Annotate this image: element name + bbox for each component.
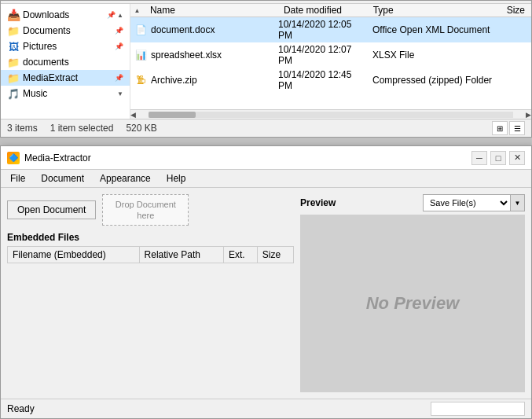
media-menubar: File Document Appearance Help	[1, 170, 531, 188]
sort-chevron-icon: ▲	[130, 7, 144, 14]
save-files-select[interactable]: Save File(s)	[424, 197, 510, 208]
media-titlebar: 🔷 Media-Extractor ─ □ ✕	[1, 146, 531, 170]
open-document-button[interactable]: Open Document	[7, 200, 96, 219]
media-statusbar: Ready	[1, 399, 531, 418]
view-grid-button[interactable]: ⊞	[492, 121, 508, 135]
sidebar-label-pictures: Pictures	[23, 41, 115, 52]
close-button[interactable]: ✕	[509, 151, 525, 165]
col-size[interactable]: Size	[257, 247, 293, 263]
scroll-left-icon[interactable]: ◀	[130, 111, 136, 119]
no-preview-text: No Preview	[366, 293, 460, 314]
col-header-date[interactable]: Date modified	[277, 4, 367, 17]
right-panel: Preview Save File(s) ▼ No Preview	[300, 194, 525, 392]
col-header-type[interactable]: Type	[367, 4, 501, 17]
status-text: Ready	[7, 403, 35, 414]
menu-file[interactable]: File	[4, 171, 31, 186]
main-content-area: Open Document Drop Documenthere Embedded…	[7, 194, 525, 392]
preview-label: Preview	[300, 197, 336, 208]
file-name-label: Archive.zip	[151, 75, 197, 86]
drop-zone[interactable]: Drop Documenthere	[102, 194, 189, 226]
scrollbar-thumb[interactable]	[149, 112, 196, 118]
sidebar-item-pictures[interactable]: 🖼 Pictures 📌	[1, 39, 130, 54]
media-extractor-window: 🔷 Media-Extractor ─ □ ✕ File Document Ap…	[0, 145, 532, 419]
file-date-cell-0: 10/14/2020 12:05 PM	[272, 19, 366, 41]
col-header-size[interactable]: Size	[501, 4, 531, 17]
folder-pictures-icon: 🖼	[7, 40, 20, 53]
menu-document[interactable]: Document	[35, 171, 90, 186]
sidebar-label-documents-folder: documents	[23, 57, 123, 68]
sidebar-label-mediaextract: MediaExtract	[23, 72, 115, 83]
folder-icon-mediaextract: 📁	[7, 72, 20, 84]
word-file-icon: 📄	[134, 24, 148, 36]
preview-header: Preview Save File(s) ▼	[300, 194, 525, 211]
chevron-down-icon: ▼	[117, 90, 123, 97]
folder-icon-documents: 📁	[7, 56, 20, 68]
col-ext[interactable]: Ext.	[223, 247, 257, 263]
table-row[interactable]: 📄 document.docx 10/14/2020 12:05 PM Offi…	[130, 17, 531, 42]
excel-file-icon: 📊	[134, 49, 148, 61]
table-row[interactable]: 🗜 Archive.zip 10/14/2020 12:45 PM Compre…	[130, 68, 531, 93]
pin-icon-pictures: 📌	[115, 42, 123, 50]
zip-file-icon: 🗜	[134, 74, 148, 86]
media-body: Open Document Drop Documenthere Embedded…	[1, 188, 531, 399]
preview-area: No Preview	[300, 215, 525, 392]
sidebar-item-music[interactable]: 🎵 Music ▼	[1, 86, 130, 101]
folder-music-icon: 🎵	[7, 87, 20, 100]
explorer-window: 📥 Downloads 📌 ▲ 📁 Documents 📌 🖼 Pictures…	[0, 0, 532, 138]
chevron-up-icon: ▲	[117, 12, 123, 19]
explorer-statusbar: 3 items 1 item selected 520 KB ⊞ ☰	[1, 119, 531, 137]
file-size-status: 520 KB	[126, 123, 156, 134]
titlebar-controls: ─ □ ✕	[471, 151, 525, 165]
file-name-cell: 📊 spreadsheet.xlsx	[130, 49, 272, 61]
window-title: Media-Extractor	[24, 153, 471, 164]
file-list-rows: 📄 document.docx 10/14/2020 12:05 PM Offi…	[130, 17, 531, 109]
pin-icon-downloads: 📌	[107, 11, 116, 19]
file-list-area: ▲ Name Date modified Type Size 📄 documen…	[130, 4, 531, 119]
explorer-sidebar: 📥 Downloads 📌 ▲ 📁 Documents 📌 🖼 Pictures…	[1, 4, 130, 119]
maximize-button[interactable]: □	[490, 151, 506, 165]
scroll-right-icon[interactable]: ▶	[526, 111, 531, 119]
sidebar-label-downloads: Downloads	[23, 9, 107, 20]
view-list-button[interactable]: ☰	[509, 121, 525, 135]
dropdown-arrow-icon[interactable]: ▼	[510, 195, 524, 211]
sidebar-item-mediaextract[interactable]: 📁 MediaExtract 📌	[1, 70, 130, 86]
top-row: Open Document Drop Documenthere	[7, 194, 294, 226]
file-type-cell-1: XLSX File	[366, 50, 508, 61]
file-name-label: spreadsheet.xlsx	[151, 50, 222, 61]
horizontal-scrollbar[interactable]: ◀ ▶	[130, 109, 531, 119]
sidebar-item-documents[interactable]: 📁 Documents 📌	[1, 23, 130, 39]
file-type-cell-2: Compressed (zipped) Folder	[366, 75, 508, 86]
folder-download-icon: 📥	[7, 9, 20, 21]
left-panel: Open Document Drop Documenthere Embedded…	[7, 194, 294, 392]
drop-zone-label: Drop Documenthere	[116, 199, 176, 222]
folder-documents-icon: 📁	[7, 24, 20, 37]
items-count: 3 items	[7, 123, 38, 134]
explorer-content: 📥 Downloads 📌 ▲ 📁 Documents 📌 🖼 Pictures…	[1, 4, 531, 119]
app-icon: 🔷	[7, 152, 20, 164]
save-files-dropdown[interactable]: Save File(s) ▼	[423, 194, 525, 211]
menu-help[interactable]: Help	[160, 171, 193, 186]
table-row[interactable]: 📊 spreadsheet.xlsx 10/14/2020 12:07 PM X…	[130, 42, 531, 68]
file-name-label: document.docx	[151, 24, 215, 35]
pin-icon-mediaextract: 📌	[115, 74, 123, 82]
sidebar-label-music: Music	[23, 88, 116, 99]
col-header-name[interactable]: Name	[144, 4, 277, 17]
scrollbar-track[interactable]	[149, 112, 513, 118]
file-type-cell-0: Office Open XML Document	[366, 24, 508, 35]
pin-icon-documents: 📌	[115, 27, 123, 35]
file-date-cell-2: 10/14/2020 12:45 PM	[272, 69, 366, 91]
file-name-cell: 📄 document.docx	[130, 24, 272, 36]
embedded-files-table: Filename (Embedded) Relative Path Ext. S…	[7, 246, 294, 263]
embedded-files-label: Embedded Files	[7, 232, 294, 243]
file-name-cell: 🗜 Archive.zip	[130, 74, 272, 86]
file-date-cell-1: 10/14/2020 12:07 PM	[272, 44, 366, 66]
status-input[interactable]	[431, 402, 525, 416]
sidebar-item-downloads[interactable]: 📥 Downloads 📌 ▲	[1, 7, 130, 23]
sidebar-item-documents-folder[interactable]: 📁 documents	[1, 54, 130, 70]
col-filename[interactable]: Filename (Embedded)	[8, 247, 140, 263]
sidebar-label-documents: Documents	[23, 25, 115, 36]
view-toggle-icons: ⊞ ☰	[492, 121, 525, 135]
minimize-button[interactable]: ─	[471, 151, 487, 165]
col-relative-path[interactable]: Relative Path	[139, 247, 223, 263]
menu-appearance[interactable]: Appearance	[94, 171, 157, 186]
